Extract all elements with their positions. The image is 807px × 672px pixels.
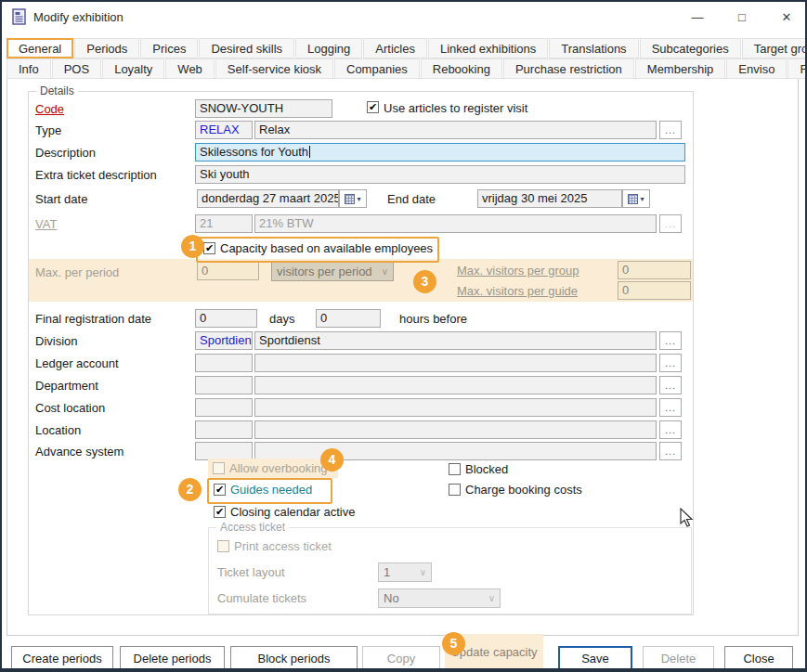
capacity-based-checkbox[interactable] [203, 242, 215, 254]
create-periods-button[interactable]: Create periods [11, 646, 113, 670]
chevron-down-icon: ▾ [640, 195, 644, 203]
annotation-badge-3: 3 [413, 270, 436, 293]
department-lookup-button[interactable]: ... [659, 376, 682, 394]
advance-system-code-field[interactable] [195, 442, 253, 460]
tab-logging[interactable]: Logging [295, 38, 362, 58]
annotation-badge-1: 1 [181, 235, 204, 258]
ledger-account-lookup-button[interactable]: ... [659, 354, 682, 372]
final-registration-hours-field[interactable]: 0 [316, 309, 381, 328]
location-code-field[interactable] [195, 420, 253, 439]
window-title: Modify exhibition [33, 10, 124, 24]
tab-linked-exhibitions[interactable]: Linked exhibitions [428, 38, 548, 58]
ledger-account-name-field[interactable] [254, 354, 657, 372]
use-articles-checkbox[interactable] [367, 101, 379, 113]
extra-ticket-description-label: Extra ticket description [35, 168, 157, 182]
department-label: Department [35, 379, 98, 393]
cost-location-lookup-button[interactable]: ... [659, 398, 682, 417]
capacity-based-label: Capacity based on available employees [220, 241, 433, 255]
tab-info[interactable]: Info [7, 58, 51, 79]
vat-name-field[interactable]: 21% BTW [254, 214, 657, 233]
tab-web[interactable]: Web [165, 58, 215, 79]
tab-articles[interactable]: Articles [363, 38, 427, 58]
advance-system-lookup-button[interactable]: ... [659, 442, 682, 460]
annotation-badge-4: 4 [320, 448, 344, 472]
tab-enviso[interactable]: Enviso [726, 58, 787, 79]
end-date-field[interactable]: vrijdag 30 mei 2025 [477, 189, 622, 208]
tab-facility-bookings[interactable]: Facility bookings [787, 58, 807, 79]
department-name-field[interactable] [254, 376, 657, 394]
cost-location-code-field[interactable] [195, 398, 253, 417]
division-name-field[interactable]: Sportdienst [254, 331, 657, 350]
cost-location-label: Cost location [35, 401, 105, 415]
tab-rebooking[interactable]: Rebooking [421, 58, 502, 79]
description-label: Description [35, 146, 96, 160]
close-icon[interactable]: ✕ [774, 7, 799, 26]
calendar-icon [628, 194, 638, 204]
closing-calendar-active-label: Closing calendar active [230, 505, 355, 519]
code-field[interactable]: SNOW-YOUTH [195, 99, 332, 118]
tab-purchase-restriction[interactable]: Purchase restriction [503, 58, 634, 79]
end-date-calendar-button[interactable]: ▾ [622, 189, 650, 208]
type-label: Type [35, 123, 61, 137]
save-button[interactable]: Save [558, 646, 632, 670]
minimize-icon[interactable]: — [685, 7, 709, 26]
maximize-icon[interactable]: □ [730, 7, 754, 26]
tab-pos[interactable]: POS [52, 58, 101, 79]
final-registration-days-field[interactable]: 0 [195, 309, 257, 328]
ledger-account-code-field[interactable] [195, 354, 253, 372]
print-access-ticket-label: Print access ticket [234, 539, 332, 553]
copy-button: Copy [362, 646, 440, 670]
modify-exhibition-dialog: Modify exhibition — □ ✕ General Periods … [0, 0, 807, 672]
tab-strip-row-2: Info POS Loyalty Web Self-service kiosk … [7, 58, 807, 79]
tab-membership[interactable]: Membership [635, 58, 726, 79]
calendar-icon [345, 194, 355, 204]
type-name-field[interactable]: Relax [254, 121, 657, 139]
ledger-account-label: Ledger account [35, 356, 119, 370]
tab-subcategories[interactable]: Subcategories [640, 38, 741, 58]
print-access-ticket-checkbox [217, 540, 229, 552]
use-articles-label: Use articles to register visit [384, 101, 527, 115]
tab-target-groups[interactable]: Target groups [742, 38, 807, 58]
tab-self-service-kiosk[interactable]: Self-service kiosk [215, 58, 333, 79]
tab-companies[interactable]: Companies [334, 58, 420, 79]
location-name-field[interactable] [254, 420, 657, 439]
vat-code-field[interactable]: 21 [195, 214, 253, 233]
tab-prices[interactable]: Prices [140, 38, 198, 58]
max-visitors-per-guide-link[interactable]: Max. visitors per guide [457, 284, 578, 298]
tab-desired-skills[interactable]: Desired skills [199, 38, 294, 58]
closing-calendar-active-checkbox[interactable] [214, 506, 226, 518]
max-per-period-label: Max. per period [35, 265, 119, 279]
tab-general[interactable]: General [7, 38, 73, 58]
vat-lookup-button: ... [659, 214, 682, 233]
delete-periods-button[interactable]: Delete periods [120, 646, 225, 670]
type-code-field[interactable]: RELAX [195, 121, 253, 139]
start-date-calendar-button[interactable]: ▾ [339, 189, 367, 208]
advance-system-name-field[interactable] [254, 442, 657, 460]
extra-ticket-description-field[interactable]: Ski youth [195, 165, 685, 184]
division-lookup-button[interactable]: ... [659, 331, 682, 350]
max-visitors-per-group-link[interactable]: Max. visitors per group [457, 264, 579, 278]
location-label: Location [35, 423, 81, 437]
cumulate-tickets-label: Cumulate tickets [217, 591, 306, 605]
tab-translations[interactable]: Translations [549, 38, 638, 58]
max-visitors-per-group-field: 0 [618, 261, 691, 279]
description-field[interactable]: Skilessons for Youth [195, 143, 685, 162]
start-date-field[interactable]: donderdag 27 maart 2025 [197, 189, 339, 208]
department-code-field[interactable] [195, 376, 253, 394]
max-visitors-per-guide-field: 0 [618, 281, 691, 300]
blocked-checkbox[interactable] [449, 463, 461, 475]
tab-loyalty[interactable]: Loyalty [102, 58, 164, 79]
cost-location-name-field[interactable] [254, 398, 657, 417]
block-periods-button[interactable]: Block periods [230, 646, 358, 670]
guides-needed-checkbox[interactable] [214, 484, 226, 496]
division-code-field[interactable]: Sportdiens [195, 331, 253, 350]
mouse-cursor [680, 508, 695, 528]
location-lookup-button[interactable]: ... [659, 420, 682, 439]
vat-label[interactable]: VAT [35, 217, 57, 231]
tab-periods[interactable]: Periods [74, 38, 139, 58]
close-button[interactable]: Close [724, 646, 793, 670]
advance-system-label: Advance system [35, 445, 124, 459]
charge-booking-costs-checkbox[interactable] [449, 484, 461, 496]
access-ticket-group-label: Access ticket [216, 521, 289, 534]
type-lookup-button[interactable]: ... [659, 121, 682, 139]
